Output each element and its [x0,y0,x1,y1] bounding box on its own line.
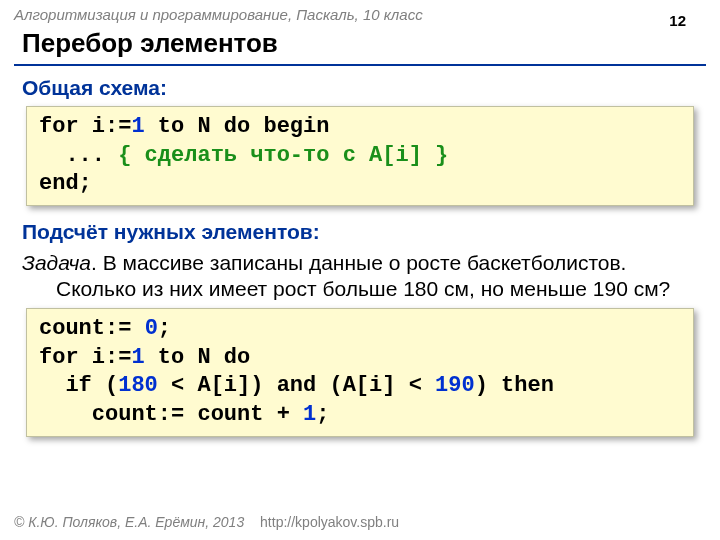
code-text: ; [316,402,329,427]
slide: Алгоритмизация и программирование, Паска… [0,0,720,540]
footer: © К.Ю. Поляков, Е.А. Ерёмин, 2013 http:/… [14,514,399,530]
code-text: to N do [145,345,251,370]
page-title: Перебор элементов [22,28,278,59]
task-paragraph: Задача. В массиве записаны данные о рост… [22,250,698,303]
task-label: Задача [22,251,91,274]
title-rule [14,64,706,66]
code-text: count:= count + [39,402,303,427]
code-text: for i:= [39,345,131,370]
code-text: for i:= [39,114,131,139]
footer-url: http://kpolyakov.spb.ru [260,514,399,530]
code-text: ... [39,143,118,168]
code-number: 180 [118,373,158,398]
code-number: 1 [131,114,144,139]
content-area: Общая схема: for i:=1 to N do begin ... … [22,72,698,451]
code-number: 190 [435,373,475,398]
task-text: . В массиве записаны данные о росте баск… [56,251,670,300]
course-name: Алгоритмизация и программирование, Паска… [14,6,423,23]
code-text: if ( [39,373,118,398]
section-heading-scheme: Общая схема: [22,76,698,100]
footer-copyright: © К.Ю. Поляков, Е.А. Ерёмин, 2013 [14,514,244,530]
code-number: 1 [303,402,316,427]
code-number: 1 [131,345,144,370]
code-block-count: count:= 0; for i:=1 to N do if (180 < A[… [26,308,694,436]
page-number: 12 [669,12,686,29]
code-block-scheme: for i:=1 to N do begin ... { сделать что… [26,106,694,206]
code-number: 0 [145,316,158,341]
section-heading-count: Подсчёт нужных элементов: [22,220,698,244]
course-header: Алгоритмизация и программирование, Паска… [14,6,706,23]
code-text: count:= [39,316,145,341]
code-text: end; [39,171,92,196]
code-text: < A[i]) and (A[i] < [158,373,435,398]
code-text: to N do begin [145,114,330,139]
code-text: ; [158,316,171,341]
code-text: ) then [475,373,554,398]
code-comment: { сделать что-то с A[i] } [118,143,448,168]
